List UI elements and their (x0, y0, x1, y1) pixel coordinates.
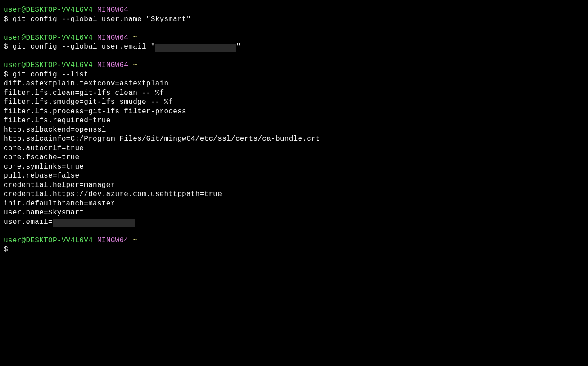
blank-line (4, 227, 584, 236)
output-line: http.sslbackend=openssl (4, 125, 584, 135)
command-text: git config --global user.name "Skysmart" (13, 15, 191, 23)
prompt-env: MINGW64 (97, 237, 128, 245)
prompt-line: user@DESKTOP-VV4L6V4 MINGW64 ~ (4, 61, 584, 70)
command-text-pre: git config --global user.email " (13, 43, 155, 51)
prompt-path: ~ (133, 34, 137, 42)
command-line[interactable]: $ git config --global user.email "" (4, 42, 584, 52)
prompt-user: user@DESKTOP-VV4L6V4 (4, 6, 93, 14)
redacted-block (53, 219, 135, 227)
output-line: filter.lfs.required=true (4, 116, 584, 125)
prompt-dollar: $ (4, 43, 8, 51)
blank-line (4, 52, 584, 61)
output-line: core.symlinks=true (4, 162, 584, 172)
output-line: credential.helper=manager (4, 181, 584, 190)
prompt-line: user@DESKTOP-VV4L6V4 MINGW64 ~ (4, 236, 584, 245)
blank-line (4, 24, 584, 33)
output-line: diff.astextplain.textconv=astextplain (4, 79, 584, 89)
prompt-dollar: $ (4, 71, 8, 79)
prompt-user: user@DESKTOP-VV4L6V4 (4, 61, 93, 69)
output-line: credential.https://dev.azure.com.usehttp… (4, 190, 584, 199)
prompt-line: user@DESKTOP-VV4L6V4 MINGW64 ~ (4, 5, 584, 15)
prompt-env: MINGW64 (97, 34, 128, 42)
prompt-path: ~ (133, 237, 137, 245)
prompt-user: user@DESKTOP-VV4L6V4 (4, 34, 93, 42)
cursor-icon (14, 245, 14, 254)
command-line[interactable]: $ git config --global user.name "Skysmar… (4, 15, 584, 24)
redacted-block (155, 44, 236, 52)
prompt-user: user@DESKTOP-VV4L6V4 (4, 237, 93, 245)
output-line: user.name=Skysmart (4, 208, 584, 218)
output-line: filter.lfs.process=git-lfs filter-proces… (4, 107, 584, 116)
prompt-path: ~ (133, 6, 137, 14)
output-prefix: user.email= (4, 218, 53, 226)
output-line: init.defaultbranch=master (4, 199, 584, 209)
output-line: http.sslcainfo=C:/Program Files/Git/ming… (4, 134, 584, 144)
output-line: pull.rebase=false (4, 171, 584, 181)
prompt-dollar: $ (4, 245, 8, 254)
prompt-env: MINGW64 (97, 6, 128, 14)
prompt-dollar: $ (4, 15, 8, 23)
prompt-line: user@DESKTOP-VV4L6V4 MINGW64 ~ (4, 33, 584, 43)
prompt-env: MINGW64 (97, 61, 128, 69)
output-line: core.fscache=true (4, 153, 584, 162)
output-line: filter.lfs.clean=git-lfs clean -- %f (4, 89, 584, 98)
output-line: filter.lfs.smudge=git-lfs smudge -- %f (4, 98, 584, 107)
output-line: core.autocrlf=true (4, 144, 584, 153)
active-command-line[interactable]: $ (4, 245, 584, 254)
command-text-post: " (236, 43, 241, 51)
command-text: git config --list (13, 71, 88, 79)
command-line[interactable]: $ git config --list (4, 70, 584, 80)
output-line-redacted: user.email= (4, 218, 584, 227)
prompt-path: ~ (133, 61, 137, 69)
